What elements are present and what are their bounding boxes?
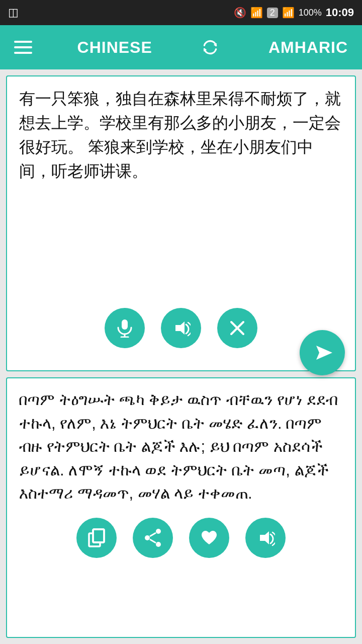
microphone-button[interactable]	[105, 308, 145, 348]
main-content: 有一只笨狼，独自在森林里呆得不耐烦了，就想去上学。学校里有那么多的小朋友，一定会…	[0, 69, 362, 644]
menu-button[interactable]	[14, 41, 32, 54]
status-bar-right: 🔇 📶 2 📶 100% 10:09	[234, 6, 354, 19]
svg-line-16	[150, 539, 156, 543]
svg-rect-2	[122, 319, 128, 330]
send-icon	[311, 342, 333, 364]
status-bar: ◫ 🔇 📶 2 📶 100% 10:09	[0, 0, 362, 25]
copy-icon	[87, 528, 106, 547]
battery-label: 100%	[299, 8, 322, 18]
target-language-label[interactable]: AMHARIC	[268, 38, 348, 57]
mic-icon	[115, 318, 134, 338]
source-panel: 有一只笨狼，独自在森林里呆得不耐烦了，就想去上学。学校里有那么多的小朋友，一定会…	[6, 75, 356, 371]
svg-point-13	[156, 542, 161, 547]
sim-badge: 2	[267, 8, 278, 18]
translation-speaker-button[interactable]	[245, 518, 286, 558]
clear-icon	[228, 319, 246, 337]
source-controls	[19, 298, 343, 360]
share-button[interactable]	[133, 518, 173, 558]
source-text[interactable]: 有一只笨狼，独自在森林里呆得不耐烦了，就想去上学。学校里有那么多的小朋友，一定会…	[19, 87, 343, 298]
translation-controls	[19, 506, 343, 562]
speaker-2-icon	[256, 528, 275, 547]
share-icon	[143, 528, 162, 547]
status-bar-left: ◫	[8, 6, 19, 19]
favorite-button[interactable]	[189, 518, 229, 558]
clear-button[interactable]	[217, 308, 257, 348]
send-translate-button[interactable]	[300, 330, 345, 375]
menu-line-3	[14, 52, 32, 54]
menu-line-2	[14, 46, 32, 48]
svg-point-12	[156, 529, 161, 534]
mute-icon: 🔇	[234, 7, 246, 19]
svg-rect-10	[93, 529, 104, 542]
speaker-button[interactable]	[161, 308, 201, 348]
speaker-icon	[171, 318, 191, 338]
svg-point-14	[145, 535, 150, 540]
wifi-icon: 📶	[250, 7, 263, 19]
screenshot-icon: ◫	[8, 6, 19, 19]
copy-button[interactable]	[76, 518, 117, 558]
svg-line-15	[150, 533, 156, 536]
signal-icon: 📶	[282, 7, 295, 19]
translation-panel: በጣም ትዕግሡት ጫካ ቅይታ ዉስጥ ብቸዉን የሆነ ደደብ ተኩላ, የ…	[6, 377, 356, 638]
svg-marker-17	[260, 531, 269, 544]
time-label: 10:09	[326, 6, 354, 19]
svg-marker-8	[316, 346, 332, 360]
swap-languages-button[interactable]	[197, 34, 223, 60]
menu-line-1	[14, 41, 32, 43]
svg-marker-5	[175, 321, 185, 335]
sync-icon	[200, 37, 220, 57]
source-language-label[interactable]: CHINESE	[77, 38, 152, 57]
toolbar: CHINESE AMHARIC	[0, 25, 362, 69]
translation-text: በጣም ትዕግሡት ጫካ ቅይታ ዉስጥ ብቸዉን የሆነ ደደብ ተኩላ, የ…	[19, 388, 343, 506]
heart-icon	[200, 528, 219, 547]
